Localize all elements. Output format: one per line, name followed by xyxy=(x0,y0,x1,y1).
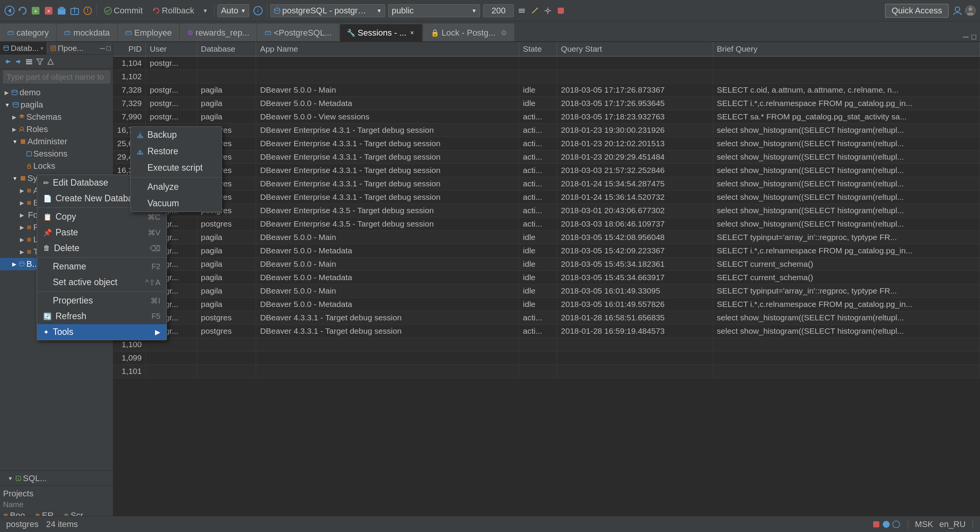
toolbar-icon-8[interactable]: i xyxy=(252,5,264,16)
table-row[interactable]: 1,102 xyxy=(113,70,980,83)
window-maximize[interactable]: □ xyxy=(972,33,976,41)
tree-item-pagila[interactable]: ▼ pagila xyxy=(0,99,113,111)
project-item-er[interactable]: ER... xyxy=(35,511,60,516)
tree-item-locks[interactable]: ▶ Locks xyxy=(0,160,113,172)
quick-access-button[interactable]: Quick Access xyxy=(885,4,949,18)
ctx-properties[interactable]: ✏ Properties ⌘I xyxy=(37,293,167,308)
tab-rewards[interactable]: ⚙ rewards_rep... xyxy=(180,24,257,41)
toolbar-icon-3[interactable]: + xyxy=(30,5,41,16)
schema-selector[interactable]: public ▼ xyxy=(388,4,480,17)
toolbar-icon-1[interactable] xyxy=(4,5,15,16)
col-header-appname[interactable]: App Name xyxy=(256,42,519,56)
toolbar-icon-6[interactable] xyxy=(69,5,80,16)
ctx-tools[interactable]: ✦ Tools ▶ xyxy=(37,324,167,340)
window-minimize[interactable]: ─ xyxy=(963,33,969,41)
table-row[interactable]: 16,728 postgr... postgres DBeaver Enterp… xyxy=(113,124,980,137)
table-row[interactable]: 1,104 postgr... xyxy=(113,56,980,70)
tree-item-sessions[interactable]: ▶ Sessions xyxy=(0,148,113,160)
tab-category[interactable]: 🗃 category xyxy=(0,24,56,41)
ctx-delete[interactable]: 🗑 Delete ⌫ xyxy=(37,240,167,256)
tree-item-schemas[interactable]: ▶ Schemas xyxy=(0,111,113,123)
tree-item-roles[interactable]: ▶ Roles xyxy=(0,123,113,135)
tab-settings-icon-lock[interactable]: ⚙ xyxy=(501,29,507,37)
sidebar-minimize[interactable]: ─ xyxy=(100,44,105,52)
table-row[interactable]: 8,231 postgr... postgres DBeaver Enterpr… xyxy=(113,204,980,217)
col-header-state[interactable]: State xyxy=(519,42,557,56)
table-row[interactable]: 25,995 postgr... pagila DBeaver 5.0.0 - … xyxy=(113,298,980,311)
toolbar-icon-pen[interactable] xyxy=(529,5,541,16)
table-row[interactable]: 7,329 postgr... pagila DBeaver 5.0.0 - M… xyxy=(113,97,980,110)
sidebar-forward-icon[interactable] xyxy=(14,57,23,66)
table-row[interactable]: 22,959 postgr... pagila DBeaver 5.0.0 - … xyxy=(113,271,980,284)
ctx-set-active[interactable]: ✏ Set active object ^⇧A xyxy=(37,274,167,290)
project-item-scr[interactable]: Scr... xyxy=(64,511,90,516)
sidebar-menu-icon[interactable] xyxy=(46,57,55,66)
table-row[interactable]: 29,409 postgr... postgres DBeaver Enterp… xyxy=(113,150,980,164)
table-row[interactable]: 25,627 postgr... postgres DBeaver Enterp… xyxy=(113,137,980,150)
sidebar-db-close[interactable]: × xyxy=(41,45,44,51)
table-row[interactable]: 22,298 postgr... pagila DBeaver 5.0.0 - … xyxy=(113,244,980,258)
sidebar-proj-tab[interactable]: Прое... xyxy=(47,42,87,54)
project-item-boo[interactable]: Boo... xyxy=(3,511,32,516)
submenu-analyze[interactable]: Analyze xyxy=(131,179,222,195)
sidebar-filter-icon[interactable] xyxy=(35,57,44,66)
table-row[interactable]: postgr... postgres DBeaver 4.3.3.1 - Tar… xyxy=(113,325,980,338)
toolbar-dropdown-arrow[interactable]: ▼ xyxy=(199,5,211,16)
toolbar-icon-7[interactable] xyxy=(82,5,93,16)
sidebar-db-tab[interactable]: Datab... × xyxy=(0,42,47,54)
toolbar-icon-9[interactable] xyxy=(516,5,528,16)
table-row[interactable]: 2,306 postgr... postgres DBeaver Enterpr… xyxy=(113,177,980,191)
toolbar-icon-avatar[interactable] xyxy=(965,5,976,16)
tab-close-sessions[interactable]: × xyxy=(408,29,415,36)
tree-item-sql[interactable]: ▼ S SQL... xyxy=(3,472,110,485)
auto-commit-dropdown[interactable]: Auto ▼ xyxy=(217,4,249,17)
toolbar-icon-stop[interactable] xyxy=(555,5,567,16)
tab-mockdata[interactable]: 🗃 mockdata xyxy=(57,24,117,41)
sessions-table-container[interactable]: PID User Database App Name State Query S… xyxy=(113,42,980,516)
table-row[interactable]: 1,100 xyxy=(113,338,980,351)
submenu-vacuum[interactable]: Vacuum xyxy=(131,195,222,212)
table-row[interactable]: 22,950 postgr... pagila DBeaver 5.0.0 - … xyxy=(113,258,980,271)
db-selector[interactable]: postgreSQL - postgres ▼ xyxy=(270,4,385,17)
toolbar-icon-5[interactable] xyxy=(56,5,67,16)
table-row[interactable]: 15,959 postgr... postgres DBeaver 4.3.3.… xyxy=(113,311,980,325)
toolbar-icon-4[interactable]: × xyxy=(43,5,54,16)
submenu-restore[interactable]: Restore xyxy=(131,143,222,160)
table-row[interactable]: 1,099 xyxy=(113,351,980,365)
tab-employee[interactable]: 🗃 Employee xyxy=(118,24,179,41)
sidebar-collapse-icon[interactable] xyxy=(24,57,34,66)
submenu-backup[interactable]: Backup xyxy=(131,127,222,143)
ctx-paste[interactable]: 📌 Paste ⌘V xyxy=(37,225,167,240)
rollback-button[interactable]: Rollback xyxy=(148,4,198,17)
commit-button[interactable]: Commit xyxy=(100,4,147,17)
toolbar-icon-user[interactable] xyxy=(952,5,963,16)
col-header-querystart[interactable]: Query Start xyxy=(557,42,713,56)
table-row[interactable]: 7,328 postgr... pagila DBeaver 5.0.0 - M… xyxy=(113,83,980,97)
ctx-refresh[interactable]: 🔄 Refresh F5 xyxy=(37,308,167,324)
col-header-briefquery[interactable]: Brief Query xyxy=(713,42,980,56)
tab-lock[interactable]: 🔒 Lock - Postg... ⚙ xyxy=(423,24,514,41)
sidebar-search-input[interactable] xyxy=(3,70,110,83)
table-row[interactable]: 25,994 postgr... pagila DBeaver 5.0.0 - … xyxy=(113,284,980,298)
tab-postgresql[interactable]: 🗃 <PostgreSQL... xyxy=(257,24,339,41)
col-header-database[interactable]: Database xyxy=(197,42,256,56)
tree-item-demo[interactable]: ▶ demo xyxy=(0,86,113,99)
submenu-execute-script[interactable]: Execute script xyxy=(131,160,222,176)
toolbar-icon-2[interactable] xyxy=(17,5,28,16)
limit-input[interactable] xyxy=(483,4,514,17)
table-row[interactable]: 3,012 postgr... postgres DBeaver Enterpr… xyxy=(113,217,980,231)
projects-header[interactable]: Projects xyxy=(3,488,110,499)
table-row[interactable]: 2,627 postgr... postgres DBeaver Enterpr… xyxy=(113,191,980,204)
table-row[interactable]: 1,101 xyxy=(113,365,980,378)
tree-item-administer[interactable]: ▼ Administer xyxy=(0,135,113,148)
table-row[interactable]: 7,990 postgr... pagila DBeaver 5.0.0 - V… xyxy=(113,110,980,124)
table-row[interactable]: 22,297 postgr... pagila DBeaver 5.0.0 - … xyxy=(113,231,980,244)
table-row[interactable]: 16,378 postgr... postgres DBeaver Enterp… xyxy=(113,164,980,177)
sidebar-maximize[interactable]: □ xyxy=(106,44,111,52)
col-header-user[interactable]: User xyxy=(146,42,197,56)
ctx-rename[interactable]: ✏ Rename F2 xyxy=(37,259,167,274)
sidebar-back-icon[interactable] xyxy=(3,57,12,66)
tab-sessions[interactable]: 🔧 Sessions - ... × xyxy=(340,24,423,41)
col-header-pid[interactable]: PID xyxy=(113,42,146,56)
toolbar-icon-settings[interactable] xyxy=(542,5,554,16)
